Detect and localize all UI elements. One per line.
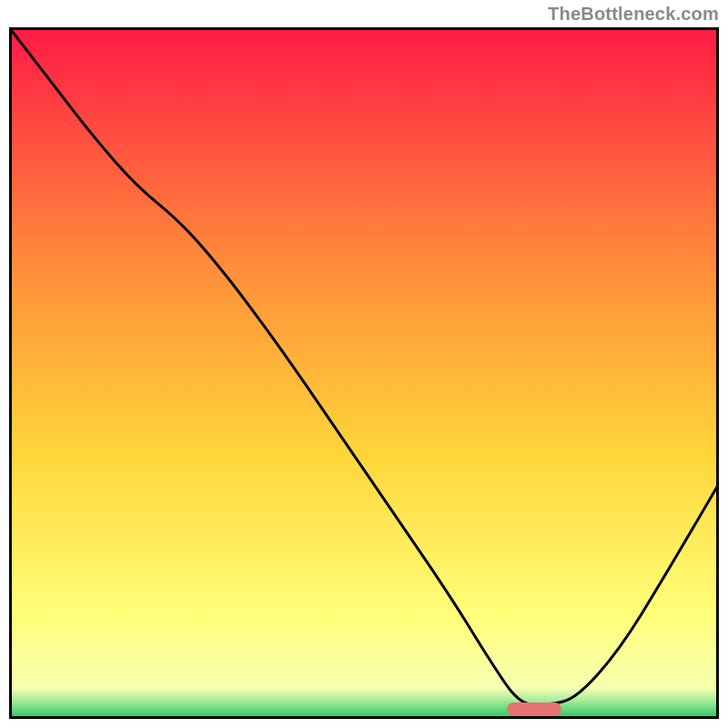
chart-background	[9, 27, 719, 719]
optimum-range-marker	[507, 703, 561, 715]
chart-svg	[9, 27, 719, 719]
chart-plot-area	[9, 27, 719, 719]
chart-stage: TheBottleneck.com	[0, 0, 728, 728]
watermark-text: TheBottleneck.com	[548, 4, 719, 25]
